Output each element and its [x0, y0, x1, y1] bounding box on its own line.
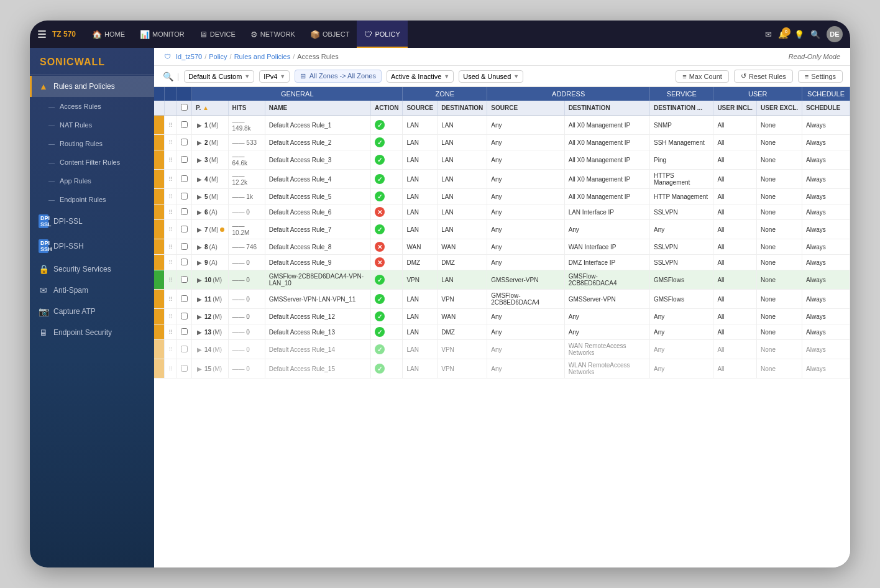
alert-badge[interactable]: 🔔 6	[778, 30, 788, 39]
nav-device[interactable]: 🖥 DEVICE	[192, 21, 243, 48]
user-incl-cell: All	[713, 116, 757, 135]
filter-default-custom[interactable]: Default & Custom ▼	[184, 70, 254, 83]
filter-ip-version[interactable]: IPv4 ▼	[259, 70, 290, 83]
addr-src-cell: GMSServer-VPN	[487, 270, 564, 290]
expand-button[interactable]: ▶	[196, 193, 203, 200]
sidebar-item-endpoint-security[interactable]: 🖥 Endpoint Security	[30, 322, 154, 343]
user-avatar[interactable]: DE	[827, 26, 843, 42]
sidebar-item-capture-atp[interactable]: 📷 Capture ATP	[30, 301, 154, 322]
sidebar-item-endpoint-rules[interactable]: — Endpoint Rules	[30, 190, 154, 209]
breadcrumb-device-link[interactable]: Id_tz570	[176, 53, 202, 60]
breadcrumb-rules-link[interactable]: Rules and Policies	[234, 53, 291, 60]
filter-active-inactive[interactable]: Active & Inactive ▼	[387, 70, 454, 83]
nav-home[interactable]: 🏠 HOME	[85, 21, 132, 48]
sidebar-item-access-rules[interactable]: — Access Rules	[30, 97, 154, 116]
row-checkbox[interactable]	[181, 295, 188, 302]
drag-handle-icon[interactable]: ⠿	[168, 259, 173, 266]
select-all-checkbox[interactable]	[181, 104, 188, 111]
row-checkbox[interactable]	[181, 139, 188, 145]
search-icon[interactable]: 🔍	[810, 30, 820, 39]
expand-button[interactable]: ▶	[196, 226, 203, 233]
action-cell: ✓	[371, 270, 403, 290]
search-button[interactable]: 🔍	[162, 70, 175, 83]
drag-handle-icon[interactable]: ⠿	[168, 296, 173, 303]
expand-button[interactable]: ▶	[196, 259, 203, 266]
sidebar-item-anti-spam[interactable]: ✉ Anti-Spam	[30, 280, 154, 301]
drag-handle-icon[interactable]: ⠿	[168, 226, 173, 233]
expand-button[interactable]: ▶	[196, 244, 203, 250]
drag-handle-icon[interactable]: ⠿	[168, 277, 173, 283]
row-checkbox[interactable]	[181, 328, 188, 335]
row-bar	[154, 189, 165, 204]
breadcrumb-policy-link[interactable]: Policy	[209, 53, 227, 60]
expand-button[interactable]: ▶	[196, 176, 203, 183]
expand-button[interactable]: ▶	[196, 296, 203, 303]
row-checkbox[interactable]	[181, 121, 188, 128]
hamburger-icon[interactable]: ☰	[37, 29, 46, 40]
email-icon[interactable]: ✉	[765, 30, 772, 39]
drag-handle-icon[interactable]: ⠿	[168, 313, 173, 320]
drag-handle-icon[interactable]: ⠿	[168, 329, 173, 336]
addr-src-cell: Any	[487, 239, 564, 255]
expand-button[interactable]: ▶	[196, 365, 203, 372]
drag-handle-icon[interactable]: ⠿	[168, 139, 173, 146]
drag-handle-icon[interactable]: ⠿	[168, 209, 173, 216]
row-checkbox[interactable]	[181, 259, 188, 265]
drag-handle-icon[interactable]: ⠿	[168, 157, 173, 163]
zone-src-cell: LAN	[403, 290, 438, 309]
row-checkbox[interactable]	[181, 313, 188, 319]
sidebar-item-dpi-ssh[interactable]: DPI SSH DPI-SSH	[30, 234, 154, 259]
hits-dashes: ——	[232, 346, 247, 353]
settings-button[interactable]: ≡ Settings	[798, 70, 843, 83]
priority-type: (A)	[209, 209, 218, 216]
sidebar-item-dpi-ssl[interactable]: DPI SSL DPI-SSL	[30, 209, 154, 234]
drag-handle-icon[interactable]: ⠿	[168, 365, 173, 372]
sidebar-item-routing-rules[interactable]: — Routing Rules	[30, 134, 154, 153]
row-checkbox[interactable]	[181, 243, 188, 250]
user-excl-cell: None	[757, 135, 802, 150]
row-checkbox[interactable]	[181, 175, 188, 182]
expand-button[interactable]: ▶	[196, 122, 203, 129]
expand-button[interactable]: ▶	[196, 346, 203, 353]
nav-items: 🏠 HOME 📊 MONITOR 🖥 DEVICE ⚙ NETWORK 📦 OB…	[85, 21, 765, 48]
expand-button[interactable]: ▶	[196, 209, 203, 216]
sidebar-item-app-rules[interactable]: — App Rules	[30, 172, 154, 190]
nav-network[interactable]: ⚙ NETWORK	[243, 21, 303, 48]
action-icon: ✓	[375, 191, 385, 201]
action-cell: ✓	[371, 116, 403, 135]
expand-button[interactable]: ▶	[196, 277, 203, 283]
hits-dashes: ——	[232, 244, 247, 250]
name-subheader: NAME	[265, 101, 370, 116]
row-checkbox[interactable]	[181, 346, 188, 352]
expand-button[interactable]: ▶	[196, 139, 203, 146]
row-checkbox[interactable]	[181, 226, 188, 232]
sidebar-item-security-services[interactable]: 🔒 Security Services	[30, 259, 154, 280]
nav-monitor[interactable]: 📊 MONITOR	[132, 21, 192, 48]
drag-handle-icon[interactable]: ⠿	[168, 193, 173, 200]
expand-button[interactable]: ▶	[196, 313, 203, 320]
row-checkbox[interactable]	[181, 276, 188, 283]
filter-used-unused[interactable]: Used & Unused ▼	[459, 70, 523, 83]
expand-button[interactable]: ▶	[196, 157, 203, 163]
expand-button[interactable]: ▶	[196, 329, 203, 336]
reset-rules-button[interactable]: ↺ Reset Rules	[734, 70, 793, 83]
row-checkbox[interactable]	[181, 208, 188, 215]
nav-policy[interactable]: 🛡 POLICY	[357, 21, 407, 48]
lightbulb-icon[interactable]: 💡	[794, 30, 804, 39]
row-checkbox[interactable]	[181, 156, 188, 163]
nav-object[interactable]: 📦 OBJECT	[303, 21, 357, 48]
sidebar-item-nat-rules[interactable]: — NAT Rules	[30, 116, 154, 134]
sidebar-item-content-filter[interactable]: — Content Filter Rules	[30, 153, 154, 172]
schedule-cell: Always	[802, 239, 850, 255]
drag-handle-icon[interactable]: ⠿	[168, 176, 173, 183]
drag-handle-icon[interactable]: ⠿	[168, 244, 173, 250]
sidebar-item-rules-policies[interactable]: ▲ Rules and Policies	[30, 76, 154, 97]
hits-cell: —— 0	[228, 255, 265, 270]
max-count-button[interactable]: ≡ Max Count	[676, 70, 729, 83]
row-checkbox[interactable]	[181, 193, 188, 200]
zone-dst-cell: VPN	[438, 290, 487, 309]
row-checkbox[interactable]	[181, 365, 188, 372]
zone-filter[interactable]: ⊞ All Zones -> All Zones	[295, 70, 382, 83]
drag-handle-icon[interactable]: ⠿	[168, 122, 173, 129]
drag-handle-icon[interactable]: ⠿	[168, 346, 173, 353]
